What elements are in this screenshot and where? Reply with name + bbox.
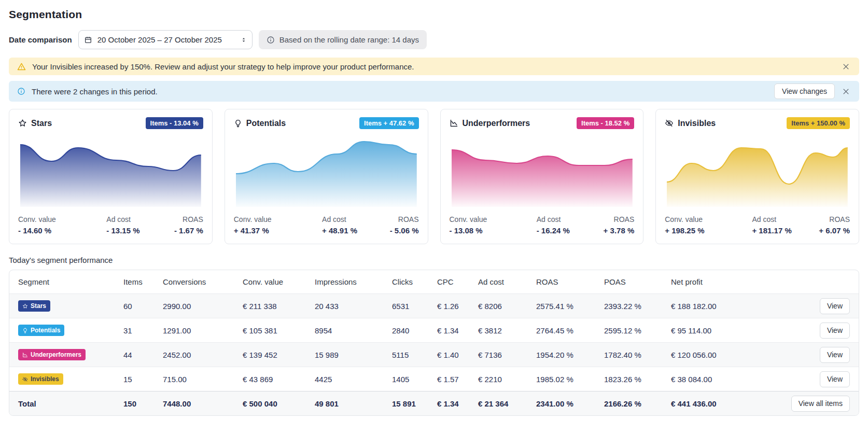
view-button[interactable]: View <box>820 298 850 314</box>
cell-roas: 2764.45 % <box>536 326 604 335</box>
stat-label: ROAS <box>819 215 850 223</box>
close-icon <box>842 88 850 95</box>
view-button[interactable]: View <box>820 371 850 387</box>
table-row-underperformers: Underperformers442452.00€ 139 45215 9895… <box>9 342 859 367</box>
cell-roas: 1985.02 % <box>536 375 604 384</box>
column-header: Clicks <box>392 277 437 286</box>
stat-conv-value: Conv. value- 13.08 % <box>450 215 537 235</box>
stat-ad-cost: Ad cost- 13.15 % <box>106 215 174 235</box>
stat-value: + 41.37 % <box>234 226 322 235</box>
page-title: Segmentation <box>9 8 859 21</box>
segment-card-underperformers: UnderperformersItems - 18.52 %Conv. valu… <box>440 109 644 244</box>
cell-items: 44 <box>123 351 163 359</box>
items-change-badge: Items - 13.04 % <box>146 117 203 129</box>
stat-value: + 198.25 % <box>665 226 752 235</box>
stat-value: - 16.24 % <box>537 226 604 235</box>
cell-conversions: 715.00 <box>163 375 243 384</box>
total-ad_cost: € 21 364 <box>478 399 536 408</box>
warning-triangle-icon <box>17 62 26 71</box>
cell-cpc: € 1.57 <box>437 375 478 384</box>
segment-sparkline <box>665 134 850 207</box>
total-conversions: 7448.00 <box>163 399 243 408</box>
cell-items: 60 <box>123 302 163 311</box>
table-row-invisibles: Invisibles15715.00€ 43 86944251405€ 1.57… <box>9 367 859 391</box>
stat-label: ROAS <box>604 215 635 223</box>
card-stats: Conv. value+ 41.37 %Ad cost+ 48.91 %ROAS… <box>234 215 419 235</box>
star-icon <box>18 119 27 128</box>
stat-label: ROAS <box>174 215 203 223</box>
card-stats: Conv. value- 13.08 %Ad cost- 16.24 %ROAS… <box>450 215 635 235</box>
segment-performance-table: SegmentItemsConversionsConv. valueImpres… <box>9 270 859 416</box>
cell-roas: 2575.41 % <box>536 302 604 311</box>
stat-value: + 3.78 % <box>604 226 635 235</box>
stat-value: - 5.06 % <box>390 226 419 235</box>
total-poas: 2166.26 % <box>604 399 671 408</box>
stat-roas: ROAS- 5.06 % <box>390 215 419 235</box>
cell-roas: 1954.20 % <box>536 351 604 359</box>
stat-value: - 13.15 % <box>106 226 174 235</box>
column-header: CPC <box>437 277 478 286</box>
cell-poas: 1823.26 % <box>604 375 671 384</box>
stat-roas: ROAS+ 6.07 % <box>819 215 850 235</box>
rolling-range-note: Based on the rolling date range: 14 days <box>259 30 427 49</box>
cell-clicks: 6531 <box>392 302 437 311</box>
stat-value: - 14.60 % <box>18 226 106 235</box>
items-change-badge: Items + 47.62 % <box>359 117 418 129</box>
total-impressions: 49 801 <box>315 399 392 408</box>
eye-off-icon <box>665 119 674 128</box>
cell-poas: 1782.40 % <box>604 351 671 359</box>
view-button[interactable]: View <box>820 323 850 339</box>
info-banner-text: There were 2 changes in this period. <box>32 87 768 96</box>
cell-net_profit: € 120 056.00 <box>671 351 752 359</box>
cell-poas: 2393.22 % <box>604 302 671 311</box>
stat-label: ROAS <box>390 215 419 223</box>
total-conv_value: € 500 040 <box>243 399 315 408</box>
sparkline-svg <box>665 134 850 207</box>
segment-card-stars: StarsItems - 13.04 %Conv. value- 14.60 %… <box>9 109 213 244</box>
trend-down-icon <box>450 119 458 128</box>
cell-impressions: 4425 <box>315 375 392 384</box>
info-circle-icon <box>267 36 275 44</box>
warning-banner-close-button[interactable] <box>841 62 851 72</box>
stat-label: Ad cost <box>322 215 390 223</box>
cell-items: 15 <box>123 375 163 384</box>
stat-label: Ad cost <box>752 215 819 223</box>
column-header: Items <box>123 277 163 286</box>
cell-ad_cost: € 3812 <box>478 326 536 335</box>
cell-ad_cost: € 2210 <box>478 375 536 384</box>
star-icon <box>22 303 28 309</box>
stat-label: Conv. value <box>18 215 106 223</box>
cell-conversions: 2990.00 <box>163 302 243 311</box>
segment-sparkline <box>234 134 419 207</box>
info-banner-close-button[interactable] <box>841 87 851 96</box>
stat-ad-cost: Ad cost+ 48.91 % <box>322 215 390 235</box>
date-range-select[interactable]: 20 October 2025 – 27 October 2025 <box>78 30 253 49</box>
lightbulb-icon <box>234 119 242 128</box>
stat-label: Conv. value <box>234 215 322 223</box>
segment-cell: Stars <box>18 300 123 312</box>
segment-card-invisibles: InvisiblesItems + 150.00 %Conv. value+ 1… <box>655 109 859 244</box>
close-icon <box>842 63 850 71</box>
view-button[interactable]: View <box>820 347 850 363</box>
cell-clicks: 2840 <box>392 326 437 335</box>
cell-items: 31 <box>123 326 163 335</box>
view-all-items-button[interactable]: View all items <box>791 396 850 412</box>
table-row-stars: Stars602990.00€ 211 33820 4336531€ 1.26€… <box>9 293 859 318</box>
toolbar: Date comparison 20 October 2025 – 27 Oct… <box>9 30 859 49</box>
stat-value: + 6.07 % <box>819 226 850 235</box>
cell-ad_cost: € 7136 <box>478 351 536 359</box>
stat-value: - 1.67 % <box>174 226 203 235</box>
stat-conv-value: Conv. value- 14.60 % <box>18 215 106 235</box>
sparkline-svg <box>450 134 635 207</box>
cell-conversions: 2452.00 <box>163 351 243 359</box>
cell-conversions: 1291.00 <box>163 326 243 335</box>
card-stats: Conv. value+ 198.25 %Ad cost+ 181.17 %RO… <box>665 215 850 235</box>
cell-cpc: € 1.26 <box>437 302 478 311</box>
column-header: ROAS <box>536 277 604 286</box>
select-arrows-icon <box>241 36 247 44</box>
card-title: Underperformers <box>463 119 530 128</box>
table-header-row: SegmentItemsConversionsConv. valueImpres… <box>9 270 859 293</box>
warning-banner: Your Invisibles increased by 150%. Revie… <box>9 58 859 75</box>
view-changes-button[interactable]: View changes <box>774 83 835 99</box>
cell-cpc: € 1.34 <box>437 326 478 335</box>
